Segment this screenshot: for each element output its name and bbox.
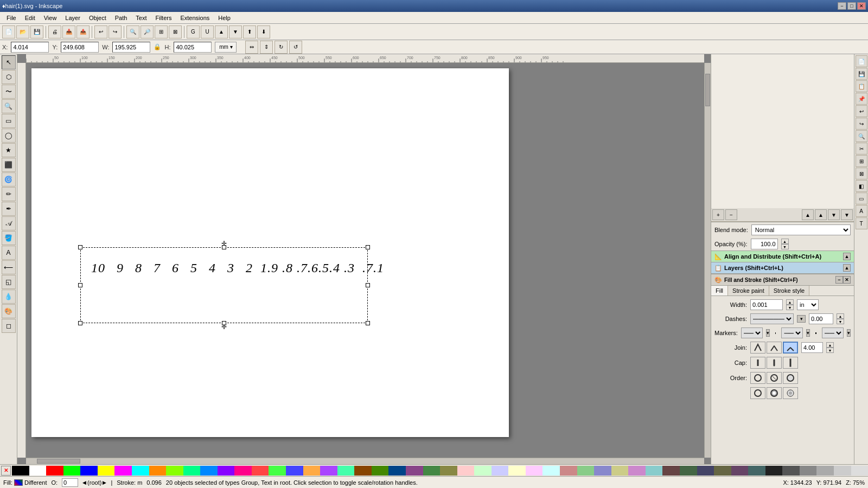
color-swatch[interactable] xyxy=(542,466,560,476)
menu-edit[interactable]: Edit xyxy=(21,14,40,22)
color-swatch[interactable] xyxy=(200,466,218,476)
marker-end-dropdown[interactable]: ▾ xyxy=(847,329,851,337)
color-swatch[interactable] xyxy=(132,466,149,476)
color-swatch[interactable] xyxy=(834,466,851,476)
open-button[interactable]: 📂 xyxy=(16,25,29,38)
color-swatch[interactable] xyxy=(149,466,167,476)
marker-mid-dropdown[interactable]: ▾ xyxy=(806,329,810,337)
marker-mid-select[interactable]: ── xyxy=(781,328,803,338)
connector-tool[interactable]: ⟵ xyxy=(2,260,16,274)
color-swatch[interactable] xyxy=(63,466,81,476)
right-icon-11[interactable]: ◧ xyxy=(856,180,867,192)
dropper-tool[interactable]: 💧 xyxy=(2,290,16,304)
select-tool[interactable]: ↖ xyxy=(2,55,16,69)
order-btn-4[interactable] xyxy=(750,387,765,399)
raise-top-button[interactable]: ⬆ xyxy=(243,25,256,38)
color-swatch[interactable] xyxy=(183,466,201,476)
join-value-input[interactable] xyxy=(801,342,823,353)
canvas-scroll[interactable]: ✛ ✛ 10 9 8 7 6 5 4 3 2 1.9 .8 .7.6.5.4 .… xyxy=(26,63,704,458)
marker-start-select[interactable]: ── xyxy=(741,328,763,338)
maximize-button[interactable]: □ xyxy=(847,2,856,10)
circle-tool[interactable]: ◯ xyxy=(2,129,16,143)
color-swatch[interactable] xyxy=(80,466,98,476)
minimize-button[interactable]: − xyxy=(838,2,846,10)
opacity-spin-down[interactable]: ▼ xyxy=(781,244,789,249)
save-button[interactable]: 💾 xyxy=(30,25,43,38)
rect-tool[interactable]: ▭ xyxy=(2,114,16,128)
handle-middle-right[interactable] xyxy=(366,283,370,287)
paint-bucket-tool[interactable]: 🪣 xyxy=(2,231,16,245)
panel-btn-down2[interactable]: ▼ xyxy=(841,209,853,220)
panel-btn-up2[interactable]: ▲ xyxy=(815,209,827,220)
join-spin-down[interactable]: ▼ xyxy=(826,348,834,353)
color-swatch[interactable] xyxy=(816,466,834,476)
right-icon-12[interactable]: ▭ xyxy=(856,192,867,204)
color-swatch[interactable] xyxy=(611,466,629,476)
lower-button[interactable]: ▼ xyxy=(229,25,242,38)
import-button[interactable]: 📥 xyxy=(62,25,75,38)
dashes-select[interactable]: ──────── - - - - - xyxy=(750,313,794,324)
gradient-tool[interactable]: ◱ xyxy=(2,275,16,289)
color-swatch[interactable] xyxy=(12,466,29,476)
color-swatch[interactable] xyxy=(354,466,372,476)
ungroup-button[interactable]: U xyxy=(201,25,214,38)
menu-filters[interactable]: Filters xyxy=(151,14,176,22)
close-button[interactable]: ✕ xyxy=(857,2,866,10)
zoom-fit-button[interactable]: ⊞ xyxy=(155,25,168,38)
zoom-out-button[interactable]: 🔎 xyxy=(141,25,154,38)
color-swatch[interactable] xyxy=(303,466,321,476)
order-btn-5[interactable] xyxy=(767,387,782,399)
no-color-swatch[interactable]: ✕ xyxy=(1,466,11,476)
right-icon-copy[interactable]: 📋 xyxy=(856,80,867,92)
cap-butt-btn[interactable] xyxy=(750,357,765,369)
color-swatch[interactable] xyxy=(269,466,286,476)
panel-btn-up[interactable]: ▲ xyxy=(802,209,814,220)
order-paint-markers-btn[interactable] xyxy=(750,372,765,384)
color-swatch[interactable] xyxy=(560,466,577,476)
handle-top-right[interactable] xyxy=(366,245,370,249)
color-swatch[interactable] xyxy=(765,466,783,476)
calligraphy-tool[interactable]: 𝒜 xyxy=(2,216,16,230)
flip-h-button[interactable]: ⇔ xyxy=(245,41,258,54)
color-swatch[interactable] xyxy=(114,466,132,476)
color-swatch[interactable] xyxy=(526,466,543,476)
canvas-area[interactable]: /* will render via inline code below */ … xyxy=(17,54,711,464)
undo-button[interactable]: ↩ xyxy=(94,25,107,38)
pencil-tool[interactable]: ✒ xyxy=(2,202,16,216)
join-spin-up[interactable]: ▲ xyxy=(826,342,834,348)
color-swatch[interactable] xyxy=(218,466,235,476)
menu-help[interactable]: Help xyxy=(214,14,235,22)
color-swatch[interactable] xyxy=(646,466,663,476)
color-swatch[interactable] xyxy=(731,466,749,476)
panel-btn-plus[interactable]: + xyxy=(712,209,724,220)
color-swatch[interactable] xyxy=(800,466,817,476)
color-swatch[interactable] xyxy=(714,466,731,476)
right-icon-paste[interactable]: 📌 xyxy=(856,93,867,105)
scrollbar-horizontal[interactable] xyxy=(26,458,704,464)
pen-tool[interactable]: ✏ xyxy=(2,187,16,201)
eraser-tool[interactable]: ◻ xyxy=(2,319,16,333)
dashes-dropdown[interactable]: ▾ xyxy=(797,315,806,323)
h-input[interactable] xyxy=(174,42,212,53)
right-icon-5[interactable]: ↩ xyxy=(856,105,867,117)
menu-object[interactable]: Object xyxy=(85,14,111,22)
color-swatch[interactable] xyxy=(98,466,115,476)
color-swatch[interactable] xyxy=(337,466,355,476)
color-swatch[interactable] xyxy=(628,466,646,476)
layer-arrow-btn[interactable]: ◀ xyxy=(82,480,86,485)
join-miter-btn[interactable] xyxy=(750,342,765,354)
color-swatch[interactable] xyxy=(508,466,526,476)
scrollbar-vertical[interactable] xyxy=(704,63,711,458)
layers-collapse[interactable]: ▲ xyxy=(843,264,851,272)
text-tool[interactable]: A xyxy=(2,246,16,260)
color-swatch[interactable] xyxy=(782,466,800,476)
color-swatch[interactable] xyxy=(252,466,269,476)
panel-btn-minus[interactable]: − xyxy=(725,209,737,220)
export-button[interactable]: 📤 xyxy=(76,25,90,38)
rotate-cw-button[interactable]: ↻ xyxy=(275,41,288,54)
dashes-spin-down[interactable]: ▼ xyxy=(837,319,844,324)
color-swatch[interactable] xyxy=(680,466,697,476)
menu-text[interactable]: Text xyxy=(131,14,151,22)
color-swatch[interactable] xyxy=(577,466,595,476)
spray-tool[interactable]: 🎨 xyxy=(2,304,16,318)
